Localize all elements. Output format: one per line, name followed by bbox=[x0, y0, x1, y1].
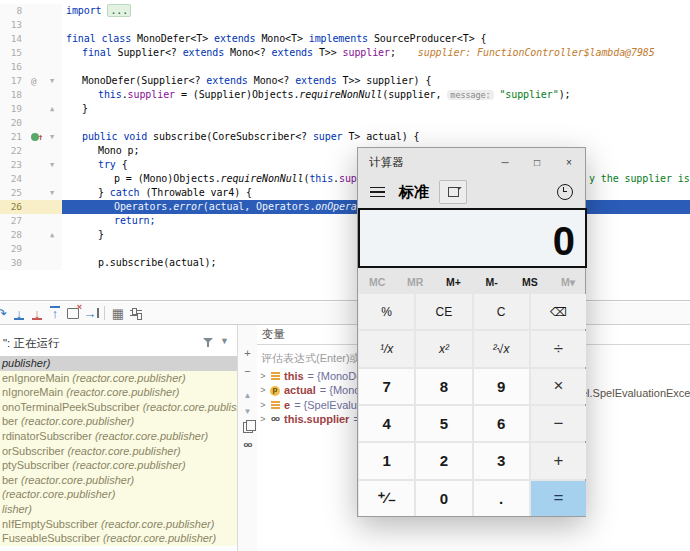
menu-icon[interactable] bbox=[370, 187, 385, 198]
stack-frame-row[interactable]: ber (reactor.core.publisher) bbox=[0, 414, 237, 429]
minimize-button[interactable]: ─ bbox=[489, 148, 521, 176]
code-line[interactable]: 21↑▼public void subscribe(CoreSubscriber… bbox=[0, 130, 690, 144]
gutter[interactable]: 29 bbox=[0, 242, 62, 256]
gutter[interactable]: 20 bbox=[0, 116, 62, 130]
stack-frame-row[interactable]: nIfEmptySubscriber (reactor.core.publish… bbox=[0, 517, 237, 532]
code-line[interactable]: 16 bbox=[0, 60, 690, 74]
code-text[interactable]: public void subscribe(CoreSubscriber<? s… bbox=[66, 130, 419, 144]
stack-frame-row[interactable]: nIgnoreMain (reactor.core.publisher) bbox=[0, 385, 237, 400]
code-line[interactable]: 18this.supplier = (Supplier)Objects.requ… bbox=[0, 88, 690, 102]
code-text[interactable]: final Supplier<? extends Mono<? extends … bbox=[66, 46, 655, 60]
code-line[interactable]: 17@▼MonoDefer(Supplier<? extends Mono<? … bbox=[0, 74, 690, 88]
gutter[interactable]: 13 bbox=[0, 18, 62, 32]
code-text[interactable]: p.subscribe(actual); bbox=[66, 256, 216, 270]
gutter[interactable]: 14 bbox=[0, 32, 62, 46]
stack-frame-row[interactable]: onoTerminalPeekSubscriber (reactor.core.… bbox=[0, 400, 237, 415]
code-line[interactable]: 23▼try { bbox=[0, 158, 690, 172]
evaluate-expression-icon[interactable]: ▦ bbox=[109, 304, 127, 322]
gutter[interactable]: 25▼ bbox=[0, 186, 62, 200]
step-into-icon[interactable]: ↓ bbox=[10, 304, 28, 322]
gutter[interactable]: 15 bbox=[0, 46, 62, 60]
calc-key-C[interactable]: C bbox=[474, 294, 529, 329]
fold-marker-icon[interactable]: ▼ bbox=[50, 74, 54, 88]
code-line[interactable]: 8import ... bbox=[0, 4, 690, 18]
calc-key-6[interactable]: 6 bbox=[474, 406, 529, 441]
memory-button-M+[interactable]: M+ bbox=[434, 271, 472, 293]
code-line[interactable]: 22Mono p; bbox=[0, 144, 690, 158]
fold-marker-icon[interactable]: ▼ bbox=[50, 186, 54, 200]
thread-selector[interactable]: ": 正在运行 ▼ bbox=[0, 331, 237, 353]
code-text[interactable]: import ... bbox=[66, 4, 131, 18]
memory-button-M[interactable]: M- bbox=[473, 271, 511, 293]
calc-key-4[interactable]: 4 bbox=[359, 406, 414, 441]
calc-key-⁺∕₋[interactable]: ⁺∕₋ bbox=[359, 481, 414, 516]
move-down-icon[interactable]: ▼ bbox=[238, 403, 257, 419]
gutter[interactable]: 22 bbox=[0, 144, 62, 158]
code-line[interactable]: 14final class MonoDefer<T> extends Mono<… bbox=[0, 32, 690, 46]
maximize-button[interactable]: □ bbox=[521, 148, 553, 176]
drop-frame-icon[interactable] bbox=[64, 304, 82, 322]
fold-marker-icon[interactable]: ▼ bbox=[50, 158, 54, 172]
stack-frame-row[interactable]: publisher) bbox=[0, 356, 237, 371]
chevron-down-icon[interactable]: ▼ bbox=[220, 336, 229, 346]
code-text[interactable]: } catch (Throwable var4) { bbox=[66, 186, 252, 200]
remove-watch-icon[interactable]: − bbox=[238, 363, 257, 379]
calc-key-9[interactable]: 9 bbox=[474, 369, 529, 404]
fold-marker-icon[interactable]: ▲ bbox=[50, 228, 54, 242]
move-up-icon[interactable]: ▲ bbox=[238, 387, 257, 403]
code-line[interactable]: 24p = (Mono)Objects.requireNonNull(this.… bbox=[0, 172, 690, 186]
gutter[interactable]: 30 bbox=[0, 256, 62, 270]
calc-key-%[interactable]: % bbox=[359, 294, 414, 329]
stack-frame-row[interactable]: lisher) bbox=[0, 502, 237, 517]
gutter[interactable]: 26 bbox=[0, 200, 62, 214]
layout-settings-icon[interactable] bbox=[127, 304, 145, 322]
calc-key-7[interactable]: 7 bbox=[359, 369, 414, 404]
calc-key-=[interactable]: = bbox=[531, 481, 586, 516]
stack-frame-row[interactable]: ber (reactor.core.publisher) bbox=[0, 473, 237, 488]
gutter[interactable]: 16 bbox=[0, 60, 62, 74]
copy-icon[interactable] bbox=[238, 419, 257, 435]
calc-key-3[interactable]: 3 bbox=[474, 443, 529, 478]
code-line[interactable]: 25▼} catch (Throwable var4) { bbox=[0, 186, 690, 200]
code-line[interactable]: 15final Supplier<? extends Mono<? extend… bbox=[0, 46, 690, 60]
code-text[interactable]: Mono p; bbox=[66, 144, 139, 158]
add-watch-icon[interactable]: + bbox=[238, 345, 257, 361]
calc-key-×[interactable]: × bbox=[531, 369, 586, 404]
gutter[interactable]: 21↑▼ bbox=[0, 130, 62, 144]
gutter[interactable]: 17@▼ bbox=[0, 74, 62, 88]
calc-key-²√x[interactable]: ²√x bbox=[474, 331, 529, 366]
gutter[interactable]: 28▲ bbox=[0, 228, 62, 242]
calc-key-.[interactable]: . bbox=[474, 481, 529, 516]
calc-key-+[interactable]: + bbox=[531, 443, 586, 478]
run-to-cursor-icon[interactable]: → bbox=[82, 304, 100, 322]
code-text[interactable]: Operators.error(actual, Operators.onOper… bbox=[66, 200, 369, 214]
history-icon[interactable] bbox=[557, 184, 573, 200]
calc-key-8[interactable]: 8 bbox=[416, 369, 471, 404]
calc-key-÷[interactable]: ÷ bbox=[531, 331, 586, 366]
stack-frame-row[interactable]: FuseableSubscriber (reactor.core.publish… bbox=[0, 531, 237, 546]
memory-button-MS[interactable]: MS bbox=[511, 271, 549, 293]
fold-marker-icon[interactable]: ▲ bbox=[50, 102, 54, 116]
gutter[interactable]: 24 bbox=[0, 172, 62, 186]
code-text[interactable]: return; bbox=[66, 214, 155, 228]
step-over-icon[interactable]: ↷ bbox=[0, 304, 10, 322]
show-watches-icon[interactable]: oo bbox=[238, 436, 257, 452]
step-out-icon[interactable]: ↑ bbox=[46, 304, 64, 322]
gutter[interactable]: 8 bbox=[0, 4, 62, 18]
stack-frame-row[interactable]: orSubscriber (reactor.core.publisher) bbox=[0, 444, 237, 459]
keep-on-top-button[interactable] bbox=[439, 180, 467, 204]
expand-chevron-icon[interactable]: > bbox=[257, 383, 269, 397]
code-line[interactable]: 19▲} bbox=[0, 102, 690, 116]
expand-chevron-icon[interactable]: > bbox=[257, 398, 269, 412]
code-line[interactable]: 13 bbox=[0, 18, 690, 32]
stack-frame-row[interactable]: (reactor.core.publisher) bbox=[0, 487, 237, 502]
code-text[interactable]: } bbox=[66, 228, 104, 242]
code-text[interactable]: final class MonoDefer<T> extends Mono<T>… bbox=[66, 32, 486, 46]
stack-frame-row[interactable]: ptySubscriber (reactor.core.publisher) bbox=[0, 458, 237, 473]
expand-chevron-icon[interactable]: > bbox=[257, 412, 269, 426]
stack-frame-row[interactable]: rdinatorSubscriber (reactor.core.publish… bbox=[0, 429, 237, 444]
calc-key-CE[interactable]: CE bbox=[416, 294, 471, 329]
close-button[interactable]: × bbox=[553, 148, 585, 176]
code-text[interactable]: } bbox=[66, 102, 88, 116]
fold-marker-icon[interactable]: ▼ bbox=[50, 130, 54, 144]
